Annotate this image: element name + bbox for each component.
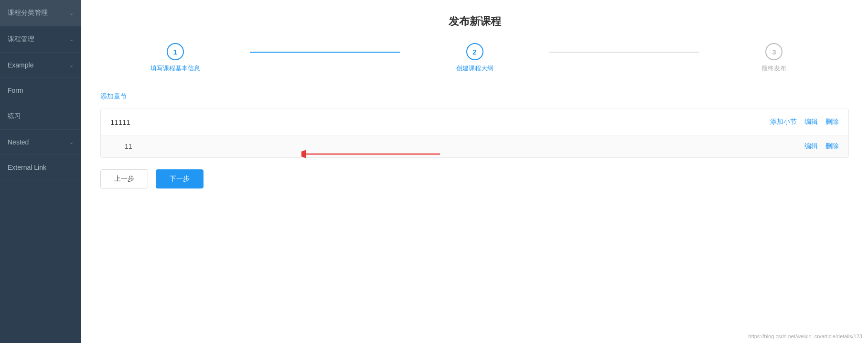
sidebar-item-label: Example — [8, 61, 33, 69]
step-2: 2 创建课程大纲 — [400, 43, 549, 73]
sidebar-item-label: External Link — [8, 164, 46, 171]
chapter-header: 11111 添加小节 编辑 删除 — [101, 109, 848, 135]
sidebar-item-form[interactable]: Form — [0, 78, 81, 103]
prev-button[interactable]: 上一步 — [100, 169, 148, 188]
button-row: 上一步 下一步 — [100, 169, 849, 188]
sidebar-item-label: 练习 — [8, 112, 21, 121]
sub-item: 11 编辑 删除 — [101, 135, 848, 157]
next-button[interactable]: 下一步 — [156, 169, 204, 188]
step-1: 1 填写课程基本信息 — [100, 43, 250, 73]
sub-item-container: 11 编辑 删除 — [101, 135, 848, 157]
sidebar-item-nested[interactable]: Nested ⌄ — [0, 130, 81, 155]
step-1-label: 填写课程基本信息 — [150, 64, 200, 73]
sidebar-item-example[interactable]: Example ⌄ — [0, 53, 81, 78]
sidebar-item-label: 课程分类管理 — [8, 9, 48, 17]
step-3-circle: 3 — [765, 43, 782, 60]
add-chapter-link[interactable]: 添加章节 — [100, 92, 127, 101]
sidebar-item-label: Form — [8, 87, 23, 94]
chevron-down-icon: ⌄ — [69, 36, 74, 43]
sub-item-title: 11 — [125, 143, 132, 150]
main-content: 发布新课程 1 填写课程基本信息 2 创建课程大纲 3 最终发布 — [81, 0, 868, 343]
sidebar-item-label: Nested — [8, 138, 29, 146]
chevron-down-icon: ⌄ — [69, 139, 74, 145]
chapter-title: 11111 — [110, 118, 130, 126]
footer-url: https://blog.csdn.net/weixin_cn/article/… — [749, 333, 862, 339]
sidebar-item-label: 课程管理 — [8, 35, 34, 44]
chevron-down-icon: ⌄ — [69, 10, 74, 16]
step-2-label: 创建课程大纲 — [456, 64, 493, 73]
step-2-circle: 2 — [466, 43, 483, 60]
chapter-actions: 添加小节 编辑 删除 — [770, 118, 839, 126]
edit-chapter-button[interactable]: 编辑 — [804, 118, 818, 126]
sidebar: 课程分类管理 ⌄ 课程管理 ⌄ Example ⌄ Form 练习 Nested… — [0, 0, 81, 343]
sidebar-item-practice[interactable]: 练习 — [0, 103, 81, 130]
edit-sub-item-button[interactable]: 编辑 — [804, 142, 818, 151]
step-3: 3 最终发布 — [699, 43, 849, 73]
connector-2-3 — [549, 52, 699, 53]
step-3-label: 最终发布 — [761, 64, 786, 73]
stepper: 1 填写课程基本信息 2 创建课程大纲 3 最终发布 — [100, 43, 849, 73]
step-1-circle: 1 — [167, 43, 184, 60]
sidebar-item-course-management[interactable]: 课程管理 ⌄ — [0, 26, 81, 53]
sub-item-actions: 编辑 删除 — [804, 142, 839, 151]
delete-chapter-button[interactable]: 删除 — [825, 118, 839, 126]
page-title: 发布新课程 — [100, 14, 849, 29]
sidebar-item-course-category[interactable]: 课程分类管理 ⌄ — [0, 0, 81, 26]
delete-sub-item-button[interactable]: 删除 — [825, 142, 839, 151]
connector-1-2 — [250, 52, 399, 53]
chapter-card: 11111 添加小节 编辑 删除 11 编辑 删除 — [100, 109, 849, 158]
chevron-down-icon: ⌄ — [69, 62, 74, 68]
add-sub-section-button[interactable]: 添加小节 — [770, 118, 797, 126]
sidebar-item-external-link[interactable]: External Link — [0, 155, 81, 180]
